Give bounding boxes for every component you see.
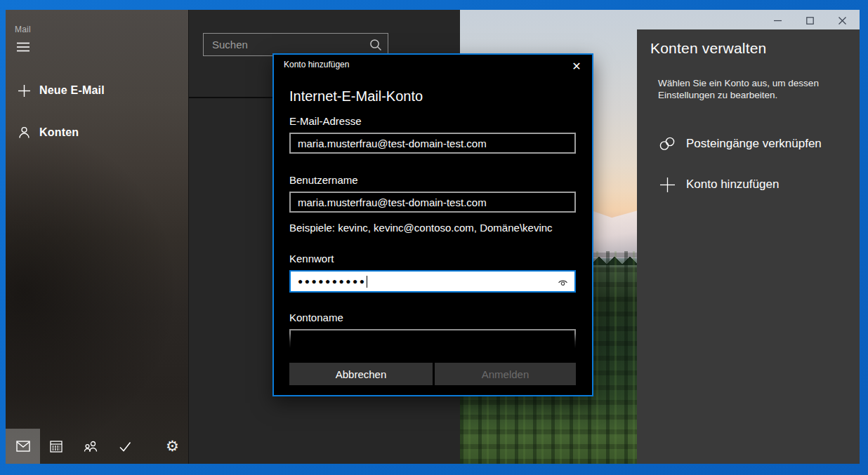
nav-sidebar: Mail Neue E-Mail Konten [6,10,188,464]
sidebar-item-accounts[interactable]: Konten [6,120,188,145]
account-name-wrap [289,329,576,348]
dock-settings-icon[interactable]: ⚙ [155,429,190,464]
password-label: Kennwort [289,253,334,265]
panel-description: Wählen Sie ein Konto aus, um dessen Eins… [658,77,834,101]
cancel-button[interactable]: Abbrechen [289,363,433,385]
person-icon [17,126,31,140]
manage-accounts-panel: Konten verwalten Wählen Sie ein Konto au… [637,29,860,464]
app-switch-dock: ⚙ [6,429,188,464]
account-name-label: Kontoname [289,312,343,323]
search-input[interactable] [204,34,388,55]
link-icon [658,135,676,152]
dock-mail-icon[interactable] [6,429,40,464]
panel-heading: Konten verwalten [650,40,766,57]
sidebar-item-label: Konten [39,126,79,139]
window-controls [761,10,860,31]
reveal-password-icon[interactable] [557,278,569,286]
sidebar-item-label: Neue E-Mail [39,84,105,97]
dialog-title: Konto hinzufügen [284,60,349,69]
dock-todo-icon[interactable] [107,429,142,464]
close-icon[interactable] [826,10,858,31]
sidebar-item-new-email[interactable]: Neue E-Mail [6,78,188,103]
dialog-close-icon[interactable]: ✕ [570,59,584,73]
mail-app-window: Mail Neue E-Mail Konten [6,10,860,464]
add-account-item[interactable]: Konto hinzufügen [637,174,860,195]
dock-people-icon[interactable] [73,429,107,464]
username-hint: Beispiele: kevinc, kevinc@contoso.com, D… [289,222,553,234]
dock-calendar-icon[interactable] [39,429,73,464]
text-caret [367,276,367,288]
link-inboxes-label: Posteingänge verknüpfen [686,137,822,151]
add-account-label: Konto hinzufügen [686,178,779,192]
email-field[interactable] [289,133,576,154]
plus-icon [658,176,676,193]
search-icon[interactable] [369,38,383,52]
maximize-icon[interactable] [794,10,826,31]
add-account-dialog: Konto hinzufügen ✕ Internet-E-Mail-Konto… [272,53,593,396]
email-label: E-Mail-Adresse [289,115,362,127]
hamburger-menu-icon[interactable] [15,41,31,53]
dialog-heading: Internet-E-Mail-Konto [289,88,423,105]
window-title: Mail [15,25,31,34]
minimize-icon[interactable] [761,10,794,31]
password-masked-value: ●●●●●●●●●● [298,277,366,286]
link-inboxes-item[interactable]: Posteingänge verknüpfen [637,133,860,154]
plus-icon [17,83,31,98]
username-label: Benutzername [289,174,358,186]
account-name-field[interactable] [289,329,576,348]
password-field[interactable]: ●●●●●●●●●● [289,270,576,293]
username-field[interactable] [289,192,576,213]
sign-in-button[interactable]: Anmelden [435,363,576,385]
gear-icon: ⚙ [166,439,179,454]
